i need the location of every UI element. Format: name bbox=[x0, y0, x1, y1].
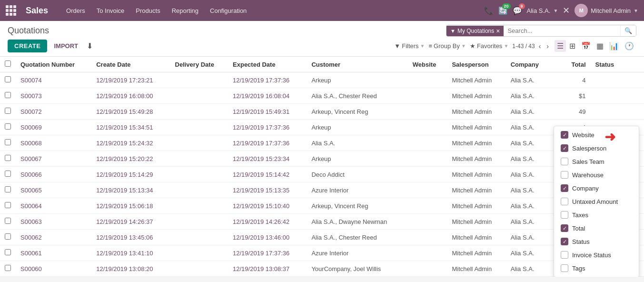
column-selector-item[interactable]: Tags bbox=[554, 262, 639, 275]
expected-date-cell[interactable]: 12/19/2019 17:37:36 bbox=[228, 245, 307, 261]
expected-date-cell[interactable]: 12/19/2019 14:26:42 bbox=[228, 214, 307, 230]
col-website[interactable]: Website bbox=[408, 57, 447, 72]
row-checkbox-cell[interactable] bbox=[0, 151, 16, 167]
col-delivery-date[interactable]: Delivery Date bbox=[170, 57, 228, 72]
row-checkbox[interactable] bbox=[5, 108, 11, 114]
create-date-cell[interactable]: 12/19/2019 15:14:29 bbox=[91, 167, 170, 182]
create-date-cell[interactable]: 12/19/2019 15:49:28 bbox=[91, 104, 170, 120]
nav-configuration[interactable]: Configuration bbox=[205, 5, 251, 16]
graph-view-button[interactable]: 📊 bbox=[607, 40, 621, 52]
row-checkbox-cell[interactable] bbox=[0, 182, 16, 198]
row-checkbox-cell[interactable] bbox=[0, 120, 16, 135]
search-submit-icon[interactable]: 🔍 bbox=[620, 25, 636, 36]
column-selector-item[interactable]: ✓ Salesperson bbox=[554, 141, 639, 155]
kanban-view-button[interactable]: ⊞ bbox=[567, 40, 578, 52]
pager-prev[interactable]: ‹ bbox=[537, 41, 543, 51]
expected-date-cell[interactable]: 12/19/2019 13:46:00 bbox=[228, 230, 307, 245]
create-date-cell[interactable]: 12/19/2019 15:34:51 bbox=[91, 120, 170, 135]
brand-name[interactable]: Sales bbox=[26, 6, 48, 16]
user-alia[interactable]: Alia S.A. ▼ bbox=[527, 7, 558, 14]
quotation-number-cell[interactable]: S00062 bbox=[16, 230, 91, 245]
row-checkbox[interactable] bbox=[5, 202, 11, 208]
pager-next[interactable]: › bbox=[545, 41, 551, 51]
create-date-cell[interactable]: 12/19/2019 15:24:32 bbox=[91, 135, 170, 151]
create-date-cell[interactable]: 12/19/2019 16:08:00 bbox=[91, 88, 170, 104]
calendar-view-button[interactable]: 📅 bbox=[579, 40, 593, 52]
expected-date-cell[interactable]: 12/19/2019 17:37:36 bbox=[228, 72, 307, 88]
column-selector-item[interactable]: Sales Team bbox=[554, 155, 639, 168]
col-expected-date[interactable]: Expected Date bbox=[228, 57, 307, 72]
quotation-number-cell[interactable]: S00064 bbox=[16, 198, 91, 214]
create-date-cell[interactable]: 12/19/2019 15:06:18 bbox=[91, 198, 170, 214]
messages-icon[interactable]: 💬 9 bbox=[513, 6, 522, 15]
user-mitchell[interactable]: M Mitchell Admin ▼ bbox=[575, 4, 638, 17]
column-selector-item[interactable]: Untaxed Amount bbox=[554, 195, 639, 208]
quotation-number-cell[interactable]: S00063 bbox=[16, 214, 91, 230]
row-checkbox[interactable] bbox=[5, 171, 11, 177]
row-checkbox-cell[interactable] bbox=[0, 167, 16, 182]
nav-orders[interactable]: Orders bbox=[61, 5, 90, 16]
column-selector-item[interactable]: ✓ Company bbox=[554, 181, 639, 195]
expected-date-cell[interactable]: 12/19/2019 15:10:40 bbox=[228, 198, 307, 214]
col-salesperson[interactable]: Salesperson bbox=[447, 57, 505, 72]
expected-date-cell[interactable]: 12/19/2019 13:08:37 bbox=[228, 261, 307, 277]
row-checkbox[interactable] bbox=[5, 76, 11, 82]
row-checkbox-cell[interactable] bbox=[0, 72, 16, 88]
row-checkbox[interactable] bbox=[5, 139, 11, 145]
activity-icon[interactable]: 🔄 20 bbox=[498, 6, 508, 15]
expected-date-cell[interactable]: 12/19/2019 15:13:35 bbox=[228, 182, 307, 198]
expected-date-cell[interactable]: 12/19/2019 15:23:34 bbox=[228, 151, 307, 167]
row-checkbox[interactable] bbox=[5, 218, 11, 224]
row-checkbox[interactable] bbox=[5, 186, 11, 192]
row-checkbox[interactable] bbox=[5, 155, 11, 161]
phone-icon[interactable]: 📞 bbox=[484, 6, 494, 15]
row-checkbox[interactable] bbox=[5, 265, 11, 271]
create-date-cell[interactable]: 12/19/2019 13:08:20 bbox=[91, 261, 170, 277]
column-selector-item[interactable]: ✓ Status bbox=[554, 235, 639, 248]
create-date-cell[interactable]: 12/19/2019 13:45:06 bbox=[91, 230, 170, 245]
create-date-cell[interactable]: 12/19/2019 17:23:21 bbox=[91, 72, 170, 88]
nav-reporting[interactable]: Reporting bbox=[167, 5, 203, 16]
row-checkbox[interactable] bbox=[5, 249, 11, 255]
quotation-number-cell[interactable]: S00061 bbox=[16, 245, 91, 261]
quotation-number-cell[interactable]: S00073 bbox=[16, 88, 91, 104]
expected-date-cell[interactable]: 12/19/2019 17:37:36 bbox=[228, 135, 307, 151]
search-input[interactable] bbox=[504, 25, 620, 36]
expected-date-cell[interactable]: 12/19/2019 17:37:36 bbox=[228, 120, 307, 135]
filters-button[interactable]: ▼ Filters ▼ bbox=[394, 42, 425, 50]
col-customer[interactable]: Customer bbox=[307, 57, 407, 72]
row-checkbox-cell[interactable] bbox=[0, 230, 16, 245]
row-checkbox-cell[interactable] bbox=[0, 104, 16, 120]
row-checkbox-cell[interactable] bbox=[0, 214, 16, 230]
select-all-checkbox[interactable] bbox=[5, 60, 11, 67]
pivot-view-button[interactable]: ▦ bbox=[594, 40, 606, 52]
activity-view-button[interactable]: 🕐 bbox=[622, 40, 636, 52]
import-button[interactable]: IMPORT bbox=[51, 40, 81, 51]
row-checkbox-cell[interactable] bbox=[0, 135, 16, 151]
row-checkbox-cell[interactable] bbox=[0, 198, 16, 214]
row-checkbox-cell[interactable] bbox=[0, 261, 16, 277]
close-icon[interactable]: ✕ bbox=[563, 5, 570, 16]
select-all-header[interactable] bbox=[0, 57, 16, 72]
row-checkbox-cell[interactable] bbox=[0, 245, 16, 261]
create-date-cell[interactable]: 12/19/2019 14:26:37 bbox=[91, 214, 170, 230]
column-selector-item[interactable]: Warehouse bbox=[554, 168, 639, 181]
row-checkbox[interactable] bbox=[5, 92, 11, 98]
quotation-number-cell[interactable]: S00068 bbox=[16, 135, 91, 151]
filter-remove-icon[interactable]: × bbox=[496, 27, 500, 35]
quotation-number-cell[interactable]: S00066 bbox=[16, 167, 91, 182]
nav-products[interactable]: Products bbox=[131, 5, 165, 16]
create-button[interactable]: CREATE bbox=[8, 40, 47, 52]
row-checkbox[interactable] bbox=[5, 233, 11, 240]
download-icon[interactable]: ⬇ bbox=[85, 40, 95, 52]
col-quotation-number[interactable]: Quotation Number bbox=[16, 57, 91, 72]
quotation-number-cell[interactable]: S00065 bbox=[16, 182, 91, 198]
nav-to-invoice[interactable]: To Invoice bbox=[92, 5, 129, 16]
column-selector-item[interactable]: Invoice Status bbox=[554, 248, 639, 262]
col-total[interactable]: Total bbox=[551, 57, 591, 72]
column-selector-item[interactable]: ✓ Website bbox=[554, 128, 639, 141]
col-company[interactable]: Company bbox=[506, 57, 551, 72]
row-checkbox-cell[interactable] bbox=[0, 88, 16, 104]
quotation-number-cell[interactable]: S00072 bbox=[16, 104, 91, 120]
expected-date-cell[interactable]: 12/19/2019 15:14:42 bbox=[228, 167, 307, 182]
